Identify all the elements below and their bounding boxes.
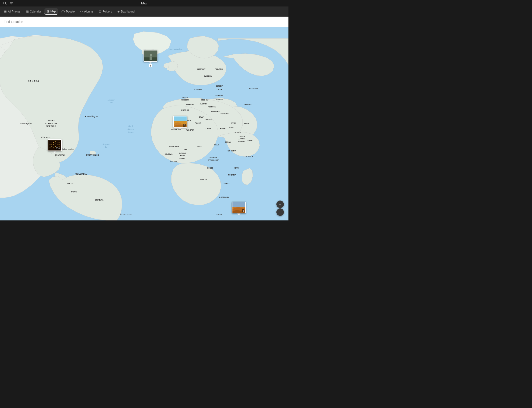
location-icon: ◎ [47, 9, 49, 13]
pin-pointer-morocco [178, 127, 182, 130]
svg-rect-92 [53, 142, 54, 143]
svg-rect-104 [53, 147, 54, 147]
nav-item-albums[interactable]: ▭ Albums [78, 8, 96, 14]
zoom-in-button[interactable]: + [276, 208, 284, 216]
svg-text:CZECHIA: CZECHIA [201, 99, 208, 101]
svg-text:LATVIA: LATVIA [217, 88, 222, 90]
svg-text:MAURITANIA: MAURITANIA [169, 145, 179, 147]
nav-item-folders[interactable]: ⊡ Folders [97, 8, 114, 14]
svg-text:GEORGIA: GEORGIA [244, 104, 251, 105]
svg-text:STATES OF: STATES OF [45, 122, 57, 125]
pin-pointer-mexico [53, 151, 57, 153]
folder-icon: ⊡ [99, 10, 101, 13]
nav-label-albums: Albums [84, 10, 93, 13]
svg-text:UNITED: UNITED [182, 97, 188, 98]
svg-text:Ocean: Ocean [128, 131, 134, 133]
title-bar: Map [0, 0, 288, 7]
map-container[interactable]: Norwegian Sea North Atlantic Ocean Labra… [0, 27, 288, 221]
pin-count-botswana: 2 [242, 209, 245, 212]
svg-text:MALI: MALI [184, 149, 188, 150]
pin-count-morocco: 2 [183, 124, 186, 127]
nav-item-dashboard[interactable]: ◈ Dashboard [115, 8, 137, 14]
svg-text:Sea: Sea [105, 146, 107, 148]
svg-text:ESTONIA: ESTONIA [216, 85, 223, 87]
nav-item-all-photos[interactable]: ⊞ All Photos [2, 8, 23, 14]
pin-photo-iceland [144, 50, 157, 62]
svg-text:IRAN: IRAN [244, 122, 249, 125]
pin-pointer-iceland [149, 61, 152, 64]
svg-text:KUWAIT: KUWAIT [235, 132, 241, 134]
pin-count-mexico: 320 [55, 147, 60, 150]
svg-rect-96 [50, 144, 51, 145]
svg-text:BURKINA: BURKINA [179, 152, 186, 154]
svg-text:KENYA: KENYA [234, 167, 239, 169]
svg-rect-91 [51, 142, 52, 142]
nav-item-people[interactable]: ◯ People [59, 8, 77, 14]
svg-text:Norwegian Sea: Norwegian Sea [169, 48, 182, 50]
svg-text:GHANA: GHANA [179, 158, 186, 160]
svg-text:UNITED: UNITED [47, 119, 55, 122]
svg-text:MEXICO: MEXICO [41, 136, 50, 138]
search-icon[interactable] [2, 1, 8, 6]
nav-item-calendar[interactable]: ▦ Calendar [24, 8, 43, 14]
svg-text:LIBYA: LIBYA [206, 128, 211, 130]
svg-text:TÜRKIYE: TÜRKIYE [220, 113, 229, 115]
svg-text:Labrador: Labrador [107, 99, 115, 101]
map-pin-botswana[interactable]: 2 [232, 202, 246, 215]
nav-label-map: Map [51, 10, 56, 13]
svg-text:CANADA: CANADA [28, 80, 39, 82]
svg-text:TANZANIA: TANZANIA [228, 174, 236, 176]
svg-rect-93 [55, 141, 56, 142]
svg-text:Sargasso: Sargasso [102, 143, 109, 145]
svg-text:ANGOLA: ANGOLA [200, 179, 207, 180]
svg-text:BRAZIL: BRAZIL [95, 199, 104, 202]
map-pin-mexico[interactable]: 320 [48, 139, 62, 153]
search-bar [0, 17, 288, 27]
svg-text:SYRIA: SYRIA [231, 122, 236, 124]
svg-text:ARABIA: ARABIA [238, 138, 245, 140]
pin-count-iceland: 1 [149, 64, 152, 67]
title-bar-title: Map [141, 2, 147, 5]
svg-text:SAUDI: SAUDI [239, 135, 245, 137]
svg-text:GREECE: GREECE [205, 119, 212, 120]
svg-text:Atlantic: Atlantic [127, 128, 134, 130]
svg-rect-100 [57, 144, 58, 145]
svg-rect-95 [59, 142, 59, 143]
svg-text:EGYPT: EGYPT [220, 128, 226, 130]
svg-rect-99 [55, 144, 56, 144]
svg-text:DENMARK: DENMARK [194, 88, 202, 90]
map-pin-morocco[interactable]: 2 [173, 116, 187, 130]
filter-icon[interactable] [9, 1, 14, 6]
title-bar-icons [2, 1, 14, 6]
svg-text:ETHIOPIA: ETHIOPIA [228, 150, 236, 152]
svg-point-86 [150, 54, 152, 57]
svg-text:AFRICAN REP.: AFRICAN REP. [208, 159, 219, 161]
svg-text:SWEDEN: SWEDEN [204, 75, 212, 77]
svg-text:★Moscow: ★Moscow [249, 87, 259, 90]
svg-rect-110 [174, 121, 187, 122]
svg-text:Los Angeles: Los Angeles [20, 122, 32, 125]
map-pin-iceland[interactable]: 1 [144, 50, 157, 67]
svg-text:LIBERIA: LIBERIA [170, 161, 177, 162]
svg-text:★ Washington: ★ Washington [84, 115, 98, 118]
svg-text:AUSTRIA: AUSTRIA [200, 103, 207, 105]
nav-label-dashboard: Dashboard [121, 10, 135, 13]
svg-text:SOUTH: SOUTH [216, 213, 222, 215]
pin-pointer-botswana [237, 213, 241, 215]
zoom-out-button[interactable]: − [276, 201, 284, 208]
svg-text:BELARUS: BELARUS [215, 94, 223, 96]
svg-text:FRANCE: FRANCE [181, 109, 189, 111]
svg-rect-87 [150, 57, 152, 60]
location-search-input[interactable] [4, 20, 285, 24]
svg-rect-90 [50, 142, 51, 142]
nav-item-map[interactable]: ◎ Map [44, 8, 58, 15]
svg-text:PANAMA: PANAMA [67, 183, 75, 185]
pin-photo-botswana: 2 [232, 202, 246, 213]
grid-icon: ⊞ [4, 10, 7, 13]
svg-line-1 [6, 4, 7, 5]
svg-text:COLOMBIA: COLOMBIA [76, 173, 87, 175]
svg-rect-101 [59, 144, 59, 145]
svg-rect-98 [53, 144, 54, 145]
svg-text:ERITREA: ERITREA [238, 141, 246, 142]
svg-rect-112 [232, 202, 246, 207]
